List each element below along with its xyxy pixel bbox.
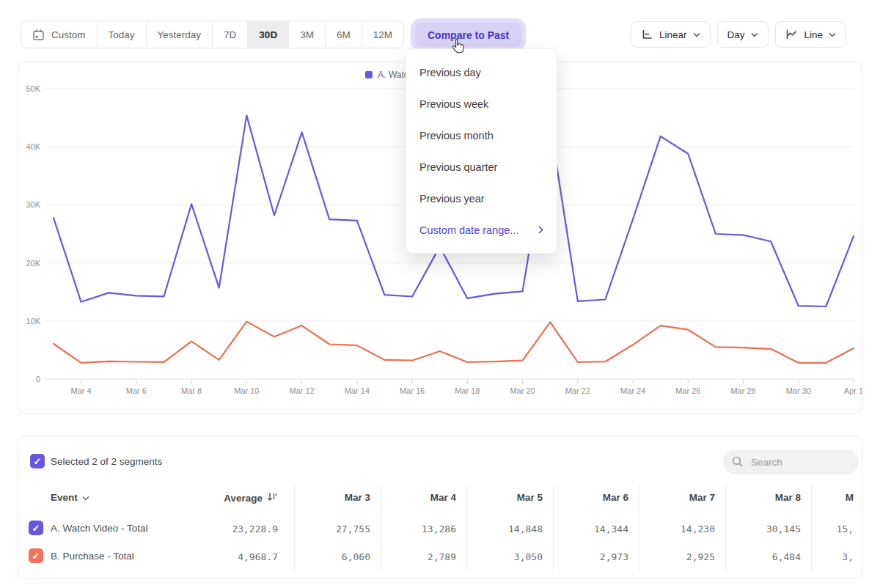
- legend-swatch: [365, 71, 373, 78]
- chevron-right-icon: [538, 226, 543, 234]
- x-axis-tick-label: Mar 30: [786, 386, 811, 395]
- column-separator: [466, 485, 467, 571]
- sort-descending-icon: [267, 492, 278, 504]
- range-yesterday[interactable]: Yesterday: [147, 21, 213, 48]
- axis-icon: [641, 29, 653, 40]
- column-header-mar-8[interactable]: Mar 8: [775, 492, 801, 503]
- column-header-m[interactable]: M: [846, 492, 854, 503]
- range-7d[interactable]: 7D: [213, 21, 248, 48]
- line-chart-icon: [785, 29, 799, 40]
- column-header-mar-7[interactable]: Mar 7: [689, 492, 715, 503]
- analytics-dashboard: Custom Today Yesterday 7D 30D 3M 6M 12M …: [0, 0, 880, 588]
- segments-table-panel: ✓ Selected 2 of 2 segments EventAverageM…: [18, 436, 862, 579]
- range-6m[interactable]: 6M: [326, 21, 362, 48]
- y-axis-tick-label: 50K: [26, 84, 40, 93]
- compare-menu-items: Previous dayPrevious weekPrevious monthP…: [406, 56, 557, 214]
- x-axis-tick-label: Apr 1: [844, 386, 862, 395]
- x-axis-tick-label: Mar 24: [620, 386, 645, 395]
- table-cell: 27,755: [336, 523, 370, 534]
- selected-segments-label: Selected 2 of 2 segments: [51, 456, 162, 467]
- table-cell: 14,344: [594, 523, 628, 534]
- column-header-label: Mar 8: [775, 492, 801, 503]
- chart-type-dropdown-button[interactable]: Line: [775, 21, 847, 48]
- row-label: A. Watch Video - Total: [51, 523, 148, 534]
- table-cell: 2,925: [686, 551, 715, 562]
- search-box: [723, 449, 859, 474]
- row-checkbox[interactable]: ✓: [29, 521, 43, 535]
- range-custom[interactable]: Custom: [21, 21, 98, 48]
- select-all-checkbox[interactable]: ✓: [30, 454, 45, 468]
- scale-dropdown-button[interactable]: Linear: [631, 21, 711, 48]
- chevron-down-icon: [751, 32, 758, 37]
- column-separator: [811, 485, 812, 571]
- x-axis-tick-label: Mar 6: [126, 386, 147, 395]
- range-today[interactable]: Today: [98, 21, 147, 48]
- column-separator: [725, 485, 726, 571]
- column-header-label: Mar 6: [603, 492, 628, 503]
- x-axis-tick-label: Mar 14: [345, 386, 370, 395]
- chevron-down-icon: [829, 32, 836, 37]
- table-cell: 13,286: [422, 523, 456, 534]
- column-header-mar-6[interactable]: Mar 6: [603, 492, 628, 503]
- menu-item-previous-day[interactable]: Previous day: [406, 56, 557, 88]
- column-header-label: Mar 7: [689, 492, 715, 503]
- x-axis-tick-label: Mar 8: [181, 386, 202, 395]
- row-label: B. Purchase - Total: [51, 551, 134, 562]
- range-3m[interactable]: 3M: [289, 21, 326, 48]
- compare-to-past-button[interactable]: Compare to Past: [415, 23, 521, 47]
- chart-options-toolbar: Linear Day Line: [631, 21, 846, 48]
- calendar-icon: [32, 29, 45, 41]
- table-cell: 3,: [842, 551, 854, 562]
- x-axis-tick-label: Mar 26: [675, 386, 700, 395]
- row-checkbox[interactable]: ✓: [29, 548, 43, 563]
- column-separator: [639, 485, 639, 571]
- column-header-mar-4[interactable]: Mar 4: [430, 492, 456, 503]
- column-separator: [294, 485, 295, 571]
- x-axis-tick-label: Mar 22: [565, 386, 590, 395]
- interval-dropdown-button[interactable]: Day: [717, 21, 769, 48]
- table-cell: 2,789: [428, 551, 456, 562]
- chevron-down-icon: [693, 32, 700, 37]
- search-input[interactable]: [749, 456, 848, 468]
- column-header-label: Mar 3: [345, 492, 370, 503]
- compare-menu: Previous dayPrevious weekPrevious monthP…: [406, 48, 557, 254]
- y-axis-tick-label: 30K: [26, 200, 40, 209]
- column-header-label: Event: [51, 492, 78, 503]
- x-axis-tick-label: Mar 16: [400, 386, 425, 395]
- x-axis-tick-label: Mar 12: [289, 386, 314, 395]
- x-axis-tick-label: Mar 4: [71, 386, 92, 395]
- column-header-label: Mar 5: [517, 492, 543, 503]
- y-axis-tick-label: 40K: [26, 142, 40, 151]
- range-12m[interactable]: 12M: [362, 21, 403, 48]
- table-cell: 6,484: [772, 551, 801, 562]
- search-icon: [732, 456, 744, 468]
- column-header-average[interactable]: Average: [224, 492, 278, 504]
- menu-item-custom-date-range[interactable]: Custom date range...: [406, 214, 557, 246]
- table-cell: 3,050: [514, 551, 543, 562]
- series-line-b-purchase[interactable]: [54, 322, 854, 363]
- column-header-label: Mar 4: [430, 492, 456, 503]
- table-cell: 2,973: [600, 551, 628, 562]
- column-header-label: M: [846, 492, 854, 503]
- column-header-mar-5[interactable]: Mar 5: [517, 492, 543, 503]
- range-30d[interactable]: 30D: [248, 21, 289, 48]
- date-range-control: Custom Today Yesterday 7D 30D 3M 6M 12M: [21, 21, 404, 48]
- menu-item-previous-month[interactable]: Previous month: [406, 120, 557, 151]
- y-axis-tick-label: 10K: [26, 317, 40, 326]
- x-axis-tick-label: Mar 10: [234, 386, 259, 395]
- menu-item-previous-quarter[interactable]: Previous quarter: [406, 151, 557, 183]
- chevron-down-icon: [82, 492, 89, 503]
- table-cell: 23,228.9: [232, 523, 278, 534]
- menu-item-previous-year[interactable]: Previous year: [406, 183, 557, 214]
- column-header-event[interactable]: Event: [51, 492, 89, 503]
- table-cell: 4,968.7: [238, 551, 278, 562]
- column-separator: [381, 485, 381, 571]
- y-axis-tick-label: 20K: [26, 259, 40, 268]
- y-axis-tick-label: 0: [36, 375, 40, 383]
- table-cell: 15,: [837, 523, 854, 534]
- table-cell: 14,230: [681, 523, 715, 534]
- menu-item-previous-week[interactable]: Previous week: [406, 88, 557, 120]
- table-cell: 14,848: [508, 523, 543, 534]
- column-header-mar-3[interactable]: Mar 3: [345, 492, 370, 503]
- x-axis-tick-label: Mar 28: [730, 386, 755, 395]
